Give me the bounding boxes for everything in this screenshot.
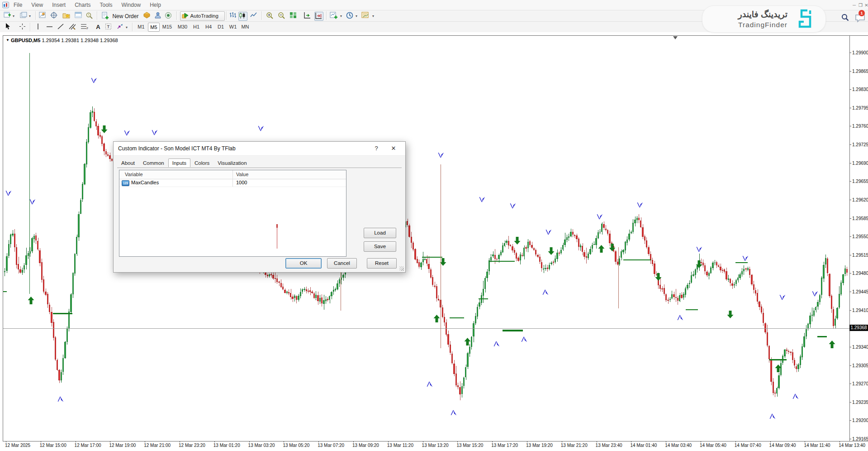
expert-advisors-icon[interactable] — [154, 12, 162, 20]
cancel-button[interactable]: Cancel — [327, 258, 357, 269]
metaeditor-icon[interactable] — [143, 12, 151, 20]
save-button[interactable]: Save — [364, 241, 396, 252]
new-chart-button[interactable] — [4, 12, 12, 20]
time-axis[interactable]: 12 Mar 202512 Mar 15:0012 Mar 17:0012 Ma… — [3, 441, 868, 450]
menu-item-insert[interactable]: Insert — [47, 0, 70, 8]
indicators-button[interactable] — [330, 12, 338, 20]
price-tick-label: 1.29270 — [852, 381, 868, 386]
autotrading-button[interactable]: AutoTrading — [180, 11, 225, 21]
indicator-level-line — [422, 257, 442, 258]
candle — [788, 351, 789, 352]
arrows-dropdown-arrow[interactable]: ▾ — [126, 25, 128, 29]
profiles-button[interactable] — [20, 12, 28, 20]
reset-button[interactable]: Reset — [367, 258, 397, 269]
brand-name-farsi: تریدینگ فایندر — [738, 9, 787, 19]
vertical-line-tool-icon[interactable] — [35, 23, 43, 31]
menu-item-tools[interactable]: Tools — [95, 0, 117, 8]
templates-button[interactable] — [361, 12, 370, 20]
timeframe-m30[interactable]: M30 — [175, 23, 190, 31]
blue-signal-mark-down — [29, 199, 36, 205]
new-order-button[interactable]: New Order — [101, 12, 138, 20]
price-tick-label: 1.29200 — [852, 418, 868, 423]
chart-shift-marker[interactable] — [673, 36, 678, 39]
text-label-tool-icon[interactable]: T — [105, 23, 113, 31]
candle — [665, 294, 667, 301]
menu-item-window[interactable]: Window — [117, 0, 146, 8]
dialog-resize-grip[interactable] — [399, 266, 404, 271]
fibonacci-tool-icon[interactable]: F — [81, 23, 89, 31]
cursor-tool-icon[interactable] — [5, 23, 14, 31]
timeframe-w1[interactable]: W1 — [228, 23, 238, 31]
equidistant-channel-tool-icon[interactable] — [69, 23, 77, 31]
ok-button[interactable]: OK — [285, 258, 322, 269]
dialog-help-button[interactable]: ? — [370, 144, 383, 153]
one-click-toggle-icon[interactable]: ▼ — [6, 38, 9, 42]
window-restore-button[interactable]: ❐ — [858, 3, 863, 8]
search-icon[interactable] — [841, 14, 849, 21]
line-chart-type-icon[interactable] — [250, 12, 258, 20]
tile-windows-icon[interactable] — [289, 12, 298, 20]
current-price-label: 1.29368 — [849, 325, 868, 331]
menu-item-file[interactable]: File — [9, 0, 27, 8]
timeframe-m1[interactable]: M1 — [136, 23, 147, 31]
timeframe-d1[interactable]: D1 — [215, 23, 226, 31]
timeframe-m5[interactable]: M5 — [148, 23, 160, 32]
candle — [453, 364, 455, 374]
zoom-out-icon[interactable] — [278, 12, 286, 20]
tab-about[interactable]: About — [117, 158, 139, 167]
menu-item-view[interactable]: View — [27, 0, 47, 8]
market-watch-icon[interactable] — [39, 12, 47, 20]
zoom-in-icon[interactable] — [266, 12, 274, 20]
tab-common[interactable]: Common — [139, 158, 168, 167]
periods-dropdown-arrow[interactable]: ▾ — [356, 14, 357, 18]
notification-badge[interactable]: 1 — [859, 10, 865, 16]
load-button[interactable]: Load — [364, 228, 396, 238]
timeframe-mn[interactable]: MN — [240, 23, 251, 31]
profiles-dropdown-arrow[interactable]: ▾ — [29, 14, 31, 18]
dialog-title-bar[interactable]: Custom Indicator - Son Model ICT MT4 By … — [114, 142, 405, 156]
candle — [710, 268, 711, 273]
trendline-tool-icon[interactable] — [57, 23, 66, 31]
candle — [724, 269, 725, 272]
inputs-table[interactable]: Variable Value 123 MaxCandles 1000 — [119, 170, 346, 257]
navigator-icon[interactable] — [62, 12, 71, 20]
indicator-vertical-line — [277, 224, 277, 249]
window-minimize-button[interactable]: ─ — [851, 3, 857, 8]
horizontal-line-tool-icon[interactable] — [46, 23, 54, 31]
arrows-tool-icon[interactable] — [117, 23, 125, 31]
periods-button[interactable] — [346, 12, 354, 20]
candlestick-chart-type-icon[interactable] — [238, 12, 247, 21]
indicator-level-line — [623, 259, 651, 260]
candle — [422, 259, 424, 262]
chart-shift-icon[interactable] — [314, 12, 323, 21]
crosshair-tool-icon[interactable] — [19, 23, 27, 31]
row-variable-value[interactable]: 1000 — [236, 180, 247, 185]
tab-visualization[interactable]: Visualization — [213, 158, 251, 167]
candle — [549, 265, 550, 269]
bar-chart-type-icon[interactable] — [229, 12, 237, 20]
price-axis[interactable]: 1.299001.298651.298301.297951.297601.297… — [849, 35, 868, 441]
table-row[interactable]: 123 MaxCandles 1000 — [119, 179, 346, 187]
menu-item-help[interactable]: Help — [145, 0, 166, 8]
window-close-button[interactable]: ✕ — [863, 3, 868, 8]
candle — [450, 345, 451, 353]
news-icon[interactable] — [165, 12, 173, 20]
templates-dropdown-arrow[interactable]: ▾ — [372, 14, 374, 18]
indicators-dropdown-arrow[interactable]: ▾ — [340, 14, 342, 18]
timeframe-h1[interactable]: H1 — [191, 23, 202, 31]
timeframe-h4[interactable]: H4 — [203, 23, 214, 31]
new-chart-dropdown-arrow[interactable]: ▾ — [13, 14, 14, 18]
menu-item-charts[interactable]: Charts — [70, 0, 95, 8]
text-tool-icon[interactable]: A — [94, 23, 102, 31]
candle — [631, 232, 632, 233]
data-window-icon[interactable] — [50, 12, 58, 20]
strategy-tester-icon[interactable] — [85, 12, 94, 20]
tab-inputs[interactable]: Inputs — [168, 158, 190, 167]
dialog-close-button[interactable]: ✕ — [387, 144, 400, 153]
timeframe-m15[interactable]: M15 — [160, 23, 174, 31]
tab-colors[interactable]: Colors — [190, 158, 213, 167]
auto-scroll-icon[interactable] — [304, 12, 312, 20]
terminal-icon[interactable] — [75, 12, 83, 20]
candle — [722, 270, 723, 271]
candle — [4, 271, 5, 272]
